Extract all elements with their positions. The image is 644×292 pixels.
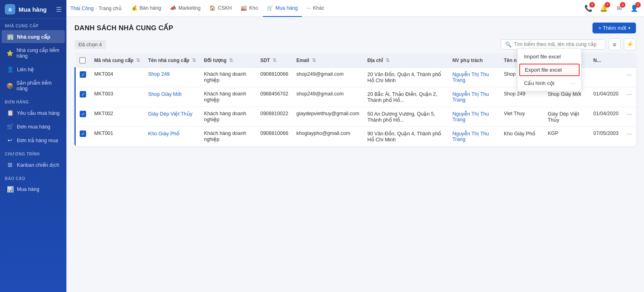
row-ngay: 01/04/2020 bbox=[589, 87, 623, 107]
row-more: ··· bbox=[623, 87, 636, 107]
breadcrumb-thai-cong[interactable]: Thái Công bbox=[70, 6, 94, 11]
row-more-btn[interactable]: ··· bbox=[627, 130, 632, 137]
row-ten-link[interactable]: Giày Dép Việt Thủy bbox=[148, 111, 192, 117]
row-checkbox[interactable] bbox=[80, 91, 86, 97]
row-ten: Kho Giày Phố bbox=[144, 127, 200, 147]
main-area: Thái Công › Trang chủ 💰 Bán hàng 📣 Marke… bbox=[66, 0, 644, 292]
nav-marketing[interactable]: 📣 Marketing bbox=[166, 0, 204, 17]
nav-cskh[interactable]: 🏠 CSKH bbox=[205, 0, 236, 17]
nav-khac[interactable]: ··· Khác bbox=[303, 0, 328, 17]
nav-label: CSKH bbox=[218, 5, 232, 11]
sort-icon-dia-chi: ⇅ bbox=[386, 58, 390, 63]
topbar-right: 📞 4 🔔 7 ✉ 3 👤 2 bbox=[583, 3, 640, 14]
row-email: giaydepvietthuy@gmail.com bbox=[292, 107, 363, 127]
row-checkbox-cell bbox=[75, 68, 91, 87]
sidebar-item-label: Mua hàng bbox=[17, 186, 39, 192]
sidebar-collapse-btn[interactable]: ☰ bbox=[56, 6, 62, 13]
chevron-down-icon: ▾ bbox=[628, 26, 630, 30]
search-input[interactable] bbox=[514, 41, 601, 47]
sidebar-item-don-tra-hang-mua[interactable]: ↩ Đơn trả hàng mua bbox=[2, 134, 65, 147]
dropdown-import[interactable]: Import file excel bbox=[518, 50, 581, 63]
header-nv-label: NV phụ trách bbox=[452, 58, 483, 63]
filter-btn[interactable]: ⚡ bbox=[624, 38, 636, 50]
return-icon: ↩ bbox=[6, 137, 14, 143]
nav-kho[interactable]: 🏭 Kho bbox=[237, 0, 262, 17]
contact-icon: 👤 bbox=[6, 66, 14, 72]
sidebar-item-lien-he[interactable]: 👤 Liên hệ bbox=[2, 63, 65, 76]
row-ten-viet-tat: KGP bbox=[544, 127, 589, 147]
table-row: MKT001 Kho Giày Phố Khách hàng doanh ngh… bbox=[75, 127, 636, 147]
header-ngay-label: N... bbox=[593, 58, 601, 63]
row-nv-link[interactable]: Nguyễn Thị Thu Trang bbox=[452, 91, 489, 103]
row-nv-link[interactable]: Nguyễn Thị Thu Trang bbox=[452, 131, 489, 142]
row-checkbox[interactable] bbox=[80, 111, 86, 117]
section-title-nha-cung-cap: NHÀ CUNG CẤP bbox=[0, 19, 66, 30]
table-row: MKT002 Giày Dép Việt Thủy Khách hàng doa… bbox=[75, 107, 636, 127]
header-ten: Tên nhà cung cấp ⇅ bbox=[144, 54, 200, 68]
row-more-btn[interactable]: ··· bbox=[627, 91, 632, 98]
sidebar-item-label: Liên hệ bbox=[17, 66, 34, 72]
row-ten-link[interactable]: Kho Giày Phố bbox=[148, 131, 180, 137]
row-more-btn[interactable]: ··· bbox=[627, 71, 632, 78]
header-checkbox[interactable] bbox=[79, 57, 86, 64]
header-doi-tuong-label: Đối tượng bbox=[204, 58, 227, 63]
sort-icon-doi-tuong: ⇅ bbox=[229, 58, 233, 63]
row-ten: Shop 249 bbox=[144, 68, 200, 87]
search-box: 🔍 bbox=[501, 39, 605, 50]
row-email: shop249@gmail.com bbox=[292, 68, 363, 87]
header-ngay: N... bbox=[589, 54, 623, 68]
topbar: Thái Công › Trang chủ 💰 Bán hàng 📣 Marke… bbox=[66, 0, 644, 17]
sidebar-item-don-mua-hang[interactable]: 🛒 Đơn mua hàng bbox=[2, 120, 65, 133]
dropdown-export[interactable]: Export file excel bbox=[519, 64, 580, 76]
sales-icon: 💰 bbox=[131, 5, 138, 11]
dropdown-config[interactable]: Cấu hình cột ··· bbox=[518, 77, 581, 89]
sidebar-header: a Mua hàng ☰ bbox=[0, 0, 66, 19]
phone-btn[interactable]: 📞 4 bbox=[583, 3, 594, 14]
row-nv-link[interactable]: Nguyễn Thị Thu Trang bbox=[452, 111, 489, 122]
nav-mua-hang[interactable]: 🛒 Mua hàng bbox=[263, 0, 302, 17]
row-ma: MKT003 bbox=[90, 87, 144, 107]
dropdown-menu: Import file excel Export file excel Cấu … bbox=[517, 48, 582, 91]
row-nv-phu-trach: Nguyễn Thị Thu Trang bbox=[448, 107, 500, 127]
row-nv-phu-trach: Nguyễn Thị Thu Trang bbox=[448, 127, 500, 147]
marketing-icon: 📣 bbox=[170, 5, 176, 11]
sidebar-item-yeu-cau-mua-hang[interactable]: 📋 Yêu cầu mua hàng bbox=[2, 106, 65, 119]
row-nv-phu-trach: Nguyễn Thị Thu Trang bbox=[448, 87, 500, 107]
row-checkbox-cell bbox=[75, 107, 91, 127]
sidebar-item-bao-cao-mua-hang[interactable]: 📊 Mua hàng bbox=[2, 183, 65, 196]
sort-icon-sdt: ⇅ bbox=[272, 58, 277, 63]
row-ngay: 01/04/2020 bbox=[589, 107, 623, 127]
header-dia-chi: Địa chỉ ⇅ bbox=[363, 54, 448, 68]
breadcrumb-trang-chu[interactable]: Trang chủ bbox=[99, 5, 122, 11]
row-checkbox-cell bbox=[75, 127, 91, 147]
sidebar-item-nha-cung-cap[interactable]: 🏢 Nhà cung cấp bbox=[2, 30, 65, 43]
row-nv-link[interactable]: Nguyễn Thị Thu Trang bbox=[452, 72, 489, 83]
building-icon: 🏢 bbox=[6, 33, 14, 40]
row-doi-tuong: Khách hàng doanh nghiệp bbox=[200, 127, 256, 147]
sidebar-item-kanban[interactable]: ⊞ Kanban chiến dịch bbox=[2, 158, 65, 171]
row-ngay bbox=[589, 68, 623, 87]
user-btn[interactable]: 👤 2 bbox=[629, 3, 640, 14]
nav-ban-hang[interactable]: 💰 Bán hàng bbox=[127, 0, 165, 17]
row-ten-nuoc-ngoai: Viet Thuy bbox=[500, 107, 544, 127]
bell-btn[interactable]: 🔔 7 bbox=[598, 3, 609, 14]
mail-btn[interactable]: ✉ 3 bbox=[613, 3, 625, 14]
row-ten-viet-tat: Giày Dép Việt Thủy bbox=[544, 107, 589, 127]
section-title-chuong-trinh: CHƯƠNG TRÌNH bbox=[0, 147, 66, 158]
sidebar-item-nha-cung-cap-tiem-nang[interactable]: ⭐ Nhà cung cấp tiềm năng bbox=[2, 44, 65, 62]
add-new-button[interactable]: + Thêm mới ▾ bbox=[592, 23, 636, 33]
row-checkbox[interactable] bbox=[80, 130, 86, 137]
selected-count: Đã chọn 4 bbox=[74, 40, 106, 49]
sidebar-item-label: Nhà cung cấp bbox=[17, 34, 50, 40]
filter-list-btn[interactable]: ≡ bbox=[609, 38, 621, 50]
sidebar-item-san-pham-tiem-nang[interactable]: 📦 Sản phẩm tiềm năng bbox=[2, 77, 65, 95]
more-icon: ··· bbox=[307, 5, 311, 11]
content: DANH SÁCH NHÀ CUNG CẤP + Thêm mới ▾ Đã c… bbox=[66, 17, 644, 292]
row-more-btn[interactable]: ··· bbox=[627, 111, 632, 118]
row-checkbox[interactable] bbox=[80, 71, 86, 78]
row-ten-link[interactable]: Shop Giày Mới bbox=[148, 91, 182, 97]
sort-icon-ten: ⇅ bbox=[192, 58, 196, 63]
row-more: ··· bbox=[623, 107, 636, 127]
row-ten-link[interactable]: Shop 249 bbox=[148, 71, 170, 77]
config-more-icon: ··· bbox=[570, 80, 575, 86]
